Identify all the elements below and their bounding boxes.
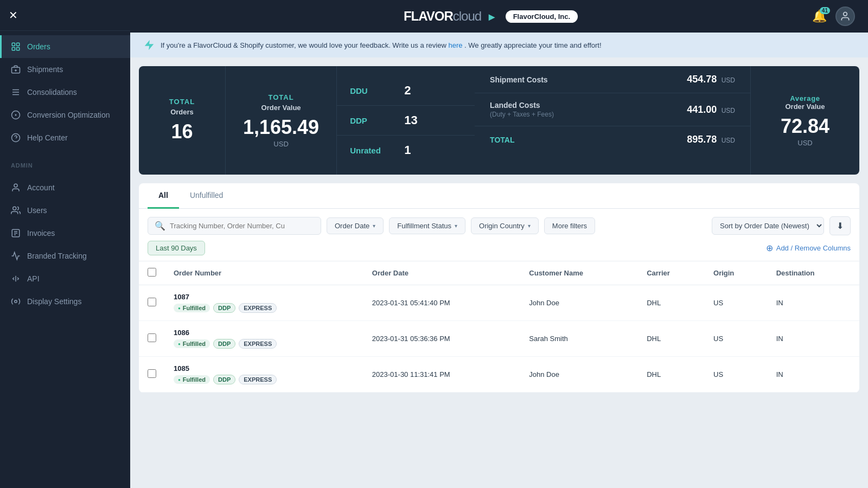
display-settings-icon [11, 297, 21, 306]
sidebar-item-invoices[interactable]: Invoices [0, 222, 130, 245]
sidebar-item-consolidations-label: Consolidations [27, 88, 77, 97]
destination-cell: IN [768, 285, 859, 321]
tab-all[interactable]: All [148, 183, 179, 209]
landed-costs-currency: USD [722, 107, 735, 114]
consolidations-icon [11, 87, 21, 97]
add-remove-columns-button[interactable]: ⊕ Add / Remove Columns [766, 243, 851, 253]
customer-name-cell: John Doe [520, 357, 638, 393]
origin-header: Origin [705, 261, 768, 285]
ddp-row: DDP 13 [337, 106, 475, 136]
total-costs-label: TOTAL [490, 136, 514, 144]
more-filters-button[interactable]: More filters [544, 217, 595, 234]
close-sidebar-button[interactable]: ✕ [9, 9, 18, 22]
flavorcloud-banner-icon [143, 39, 155, 51]
total-order-value-label: TOTAL [268, 93, 293, 101]
order-number: 1086 [174, 329, 355, 337]
banner-link[interactable]: here [448, 41, 462, 49]
admin-section-label: ADMIN [0, 153, 130, 172]
order-date-filter[interactable]: Order Date ▾ [327, 217, 384, 234]
destination-cell: IN [768, 357, 859, 393]
carrier-header: Carrier [638, 261, 705, 285]
sidebar-item-consolidations[interactable]: Consolidations [0, 81, 130, 104]
sidebar-item-orders[interactable]: Orders [0, 35, 130, 58]
select-all-checkbox[interactable] [148, 268, 156, 277]
sidebar-header: ✕ [0, 0, 130, 31]
unrated-row: Unrated 1 [337, 136, 475, 165]
total-order-value: 1,165.49 [243, 116, 319, 139]
table-header-row: Order Number Order Date Customer Name Ca… [139, 261, 859, 285]
user-avatar-icon [840, 11, 851, 22]
ddp-badge: DDP [213, 303, 235, 313]
conversion-icon [11, 110, 21, 120]
sidebar-item-api[interactable]: API [0, 267, 130, 290]
total-orders-box: TOTAL Orders 16 [139, 66, 226, 175]
destination-cell: IN [768, 321, 859, 357]
svg-point-18 [15, 300, 17, 303]
table-row[interactable]: 1087 Fulfilled DDP EXPRESS 2023-01-31 05… [139, 285, 859, 321]
origin-country-filter[interactable]: Origin Country ▾ [471, 217, 539, 234]
landed-costs-sublabel: (Duty + Taxes + Fees) [490, 111, 554, 118]
fulfillment-status-filter[interactable]: Fulfillment Status ▾ [389, 217, 465, 234]
topbar: FLAVORcloud ► FlavorCloud, Inc. 🔔 41 [130, 0, 868, 33]
search-wrapper: 🔍 [148, 217, 321, 235]
landed-costs-row: Landed Costs (Duty + Taxes + Fees) 441.0… [475, 93, 750, 126]
sidebar-item-account[interactable]: Account [0, 176, 130, 199]
sort-select[interactable]: Sort by Order Date (Newest) Sort by Orde… [712, 217, 824, 235]
ddu-value: 2 [404, 84, 411, 98]
order-number: 1085 [174, 364, 355, 373]
ddu-label: DDU [350, 86, 393, 95]
origin-cell: US [705, 357, 768, 393]
order-number: 1087 [174, 293, 355, 301]
sidebar-item-conversion-optimization[interactable]: Conversion Optimization [0, 104, 130, 126]
sidebar-item-shipments[interactable]: Shipments [0, 58, 130, 81]
shipment-costs-label: Shipment Costs [490, 75, 548, 84]
orders-table: Order Number Order Date Customer Name Ca… [139, 261, 859, 393]
row-checkbox[interactable] [148, 369, 156, 378]
avatar-button[interactable] [835, 7, 855, 26]
date-range-badge[interactable]: Last 90 Days [148, 241, 205, 255]
total-order-value-currency: USD [273, 140, 288, 148]
notifications-button[interactable]: 🔔 41 [812, 9, 827, 23]
express-badge: EXPRESS [239, 339, 277, 349]
svg-point-11 [14, 184, 17, 187]
svg-point-12 [13, 207, 16, 210]
sidebar-item-branded-tracking[interactable]: Branded Tracking [0, 245, 130, 267]
table-row[interactable]: 1085 Fulfilled DDP EXPRESS 2023-01-30 11… [139, 357, 859, 393]
avg-currency: USD [797, 139, 812, 147]
select-all-header [139, 261, 165, 285]
carrier-cell: DHL [638, 357, 705, 393]
tab-unfulfilled[interactable]: Unfulfilled [179, 183, 234, 209]
total-orders-sublabel: Orders [170, 108, 194, 116]
svg-rect-3 [17, 48, 20, 50]
total-orders-label: TOTAL [169, 98, 195, 106]
total-orders-value: 16 [171, 120, 193, 143]
customer-name-cell: John Doe [520, 285, 638, 321]
order-badges: Fulfilled DDP EXPRESS [174, 303, 355, 313]
order-date-cell: 2023-01-31 05:36:36 PM [363, 321, 520, 357]
table-row[interactable]: 1086 Fulfilled DDP EXPRESS 2023-01-31 05… [139, 321, 859, 357]
sidebar: ✕ Orders Shipments Consolidations [0, 0, 130, 488]
search-input[interactable] [170, 222, 314, 230]
order-date-cell: 2023-01-31 05:41:40 PM [363, 285, 520, 321]
costs-col: Shipment Costs 454.78 USD Landed Costs (… [475, 66, 751, 175]
company-badge[interactable]: FlavorCloud, Inc. [506, 10, 578, 23]
svg-rect-1 [17, 43, 20, 46]
sidebar-item-help-center[interactable]: Help Center [0, 126, 130, 149]
carrier-cell: DHL [638, 321, 705, 357]
row-checkbox[interactable] [148, 298, 156, 306]
notification-count: 41 [820, 7, 830, 14]
express-badge: EXPRESS [239, 375, 277, 384]
ddp-value: 13 [404, 113, 417, 127]
sidebar-item-display-settings[interactable]: Display Settings [0, 290, 130, 313]
account-icon [11, 183, 21, 192]
shipment-costs-value: 454.78 [687, 74, 717, 85]
order-date-header: Order Date [363, 261, 520, 285]
admin-nav: Account Users Invoices Branded Tracking [0, 172, 130, 317]
sidebar-item-users[interactable]: Users [0, 199, 130, 222]
order-number-cell: 1087 Fulfilled DDP EXPRESS [165, 285, 363, 321]
order-number-header: Order Number [165, 261, 363, 285]
order-number-cell: 1086 Fulfilled DDP EXPRESS [165, 321, 363, 357]
row-checkbox[interactable] [148, 333, 156, 342]
sidebar-item-shipments-label: Shipments [27, 65, 63, 74]
download-button[interactable]: ⬇ [829, 216, 851, 235]
